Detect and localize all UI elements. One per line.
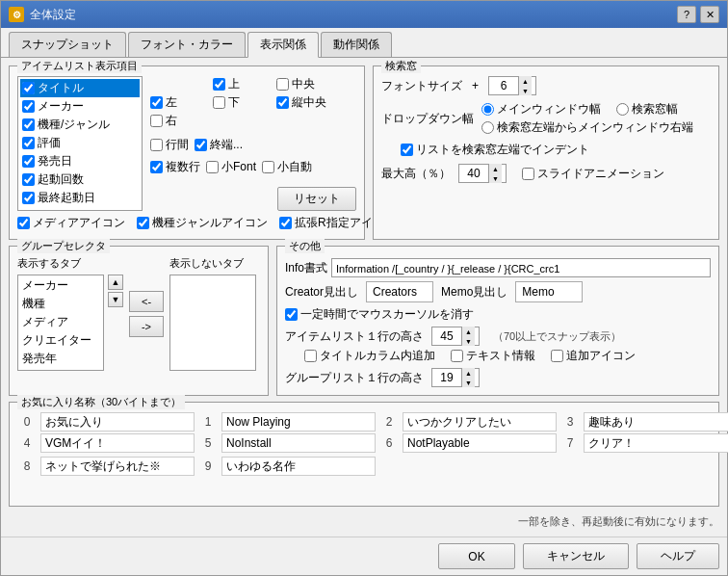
radio-mainwindow[interactable]: メインウィンドウ幅 xyxy=(481,101,601,118)
reset-button[interactable]: リセット xyxy=(277,187,356,211)
tab-snapshot[interactable]: スナップショット xyxy=(9,32,126,57)
font-size-spinbox[interactable]: 6 ▲ ▼ xyxy=(488,76,536,95)
indent-option[interactable]: リストを検索窓左端でインデント xyxy=(401,142,711,158)
main-window: ⚙ 全体設定 ? ✕ スナップショット フォント・カラー 表示関係 動作関係 ア… xyxy=(0,0,728,576)
checklist-item-dev[interactable]: 開発元 xyxy=(20,207,140,211)
show-listbox[interactable]: メーカー 機種 メディア クリエイター 発売年 ジャンル xyxy=(17,275,104,371)
fav-field-5[interactable] xyxy=(221,433,376,453)
checkbox-genre[interactable] xyxy=(22,118,35,131)
scroll-down-btn[interactable]: ▼ xyxy=(108,292,123,307)
opt-linespace[interactable]: 行間 xyxy=(150,137,189,153)
close-button[interactable]: ✕ xyxy=(700,6,719,23)
pos-right[interactable]: 右 xyxy=(150,113,207,129)
group-row-height-input[interactable]: 19 xyxy=(432,371,461,384)
list-item-genre[interactable]: ジャンル xyxy=(19,368,102,371)
checklist-item-launches[interactable]: 起動回数 xyxy=(20,170,140,189)
group-height-down[interactable]: ▼ xyxy=(461,378,475,387)
show-tab-col: 表示するタブ メーカー 機種 メディア クリエイター 発売年 ジャンル xyxy=(17,256,123,371)
help-button[interactable]: ? xyxy=(677,6,696,23)
memo-field[interactable]: Memo xyxy=(515,281,583,302)
list-item-maker[interactable]: メーカー xyxy=(19,276,102,295)
list-item-media[interactable]: メディア xyxy=(19,313,102,331)
checklist-item-rating[interactable]: 評価 xyxy=(20,134,140,152)
item-height-down[interactable]: ▼ xyxy=(461,336,475,346)
text-info-opt[interactable]: テキスト情報 xyxy=(451,348,535,364)
add-icon-opt[interactable]: 追加アイコン xyxy=(551,348,636,364)
fav-field-3[interactable] xyxy=(584,412,728,432)
checkbox-rating[interactable] xyxy=(22,137,35,149)
radio-fromleft[interactable]: 検索窓左端からメインウィンドウ右端 xyxy=(481,119,693,136)
pos-left[interactable]: 左 xyxy=(150,94,207,111)
transfer-right-btn[interactable]: -> xyxy=(129,316,164,337)
pos-vcenter[interactable]: 縦中央 xyxy=(276,94,356,111)
list-item-creator[interactable]: クリエイター xyxy=(19,331,102,350)
item-row-height-input[interactable]: 45 xyxy=(432,329,461,343)
checklist-item-lastlaunch[interactable]: 最終起動日 xyxy=(20,189,140,207)
radio-searchwindow[interactable]: 検索窓幅 xyxy=(616,101,678,118)
title-col-opt[interactable]: タイトルカラム内追加 xyxy=(304,348,435,364)
auto-hide-row: 一定時間でマウスカーソルを消す xyxy=(285,306,711,323)
checkbox-dev[interactable] xyxy=(22,210,35,211)
list-item-year[interactable]: 発売年 xyxy=(19,350,102,368)
spinbox-up[interactable]: ▲ xyxy=(518,76,532,86)
scroll-up-btn[interactable]: ▲ xyxy=(108,275,123,290)
info-format-value[interactable]: Information /[_country / }{_release / }{… xyxy=(331,258,711,277)
max-height-down[interactable]: ▼ xyxy=(488,173,502,183)
slide-anim-option[interactable]: スライドアニメーション xyxy=(522,166,664,182)
auto-hide-cursor[interactable]: 一定時間でマウスカーソルを消す xyxy=(285,306,711,323)
ok-button[interactable]: OK xyxy=(438,543,515,569)
creator-field[interactable]: Creators xyxy=(366,281,433,302)
tab-action[interactable]: 動作関係 xyxy=(321,32,392,57)
max-height-up[interactable]: ▲ xyxy=(488,164,502,173)
group-height-up[interactable]: ▲ xyxy=(461,368,475,378)
checkbox-release[interactable] xyxy=(22,155,35,168)
list-item-model[interactable]: 機種 xyxy=(19,295,102,313)
item-height-up[interactable]: ▲ xyxy=(461,327,475,336)
checklist-item-maker[interactable]: メーカー xyxy=(20,97,140,116)
pos-center[interactable]: 中央 xyxy=(276,76,356,92)
checklist-item-title[interactable]: タイトル xyxy=(20,79,140,97)
checklist-item-genre[interactable]: 機種/ジャンル xyxy=(20,116,140,134)
opt-multirow[interactable]: 複数行 xyxy=(150,159,200,175)
tab-display[interactable]: 表示関係 xyxy=(247,32,319,58)
opt-end[interactable]: 終端... xyxy=(195,137,243,153)
fav-field-0[interactable] xyxy=(40,412,195,432)
genre-icon-opt[interactable]: 機種ジャンルアイコン xyxy=(137,215,268,231)
font-size-input[interactable]: 6 xyxy=(489,79,518,92)
fav-field-9[interactable] xyxy=(221,457,376,476)
max-height-spinbox[interactable]: 40 ▲ ▼ xyxy=(458,164,507,183)
cancel-button[interactable]: キャンセル xyxy=(523,543,629,569)
item-checklist[interactable]: タイトル メーカー 機種/ジャンル 評価 xyxy=(17,76,143,211)
item-row-height-spinbox[interactable]: 45 ▲ ▼ xyxy=(431,327,480,346)
fav-field-1[interactable] xyxy=(221,412,376,432)
col-options-row: タイトルカラム内追加 テキスト情報 追加アイコン xyxy=(304,348,711,364)
hide-listbox[interactable] xyxy=(169,275,256,371)
opt-autoscale[interactable]: 小自動 xyxy=(262,159,312,175)
help-button-bottom[interactable]: ヘルプ xyxy=(637,543,719,569)
media-icon-opt[interactable]: メディアアイコン xyxy=(17,215,125,231)
window-title: 全体設定 xyxy=(30,7,76,23)
tab-bar: スナップショット フォント・カラー 表示関係 動作関係 xyxy=(1,28,727,58)
opt-smallfont[interactable]: 小Font xyxy=(206,159,256,175)
fav-field-7[interactable] xyxy=(584,433,728,453)
checkbox-launches[interactable] xyxy=(22,173,35,186)
group-row-height-spinbox[interactable]: 19 ▲ ▼ xyxy=(431,368,480,387)
tab-font-color[interactable]: フォント・カラー xyxy=(128,32,246,57)
pos-top[interactable]: 上 xyxy=(213,76,270,92)
fav-field-4[interactable] xyxy=(40,433,195,453)
fav-field-6[interactable] xyxy=(403,433,557,453)
fav-field-8[interactable] xyxy=(40,457,195,476)
fav-field-2[interactable] xyxy=(403,412,557,432)
checklist-item-release[interactable]: 発売日 xyxy=(20,152,140,170)
other-panel: その他 Info書式 Information /[_country / }{_r… xyxy=(276,246,719,396)
pos-bottom[interactable]: 下 xyxy=(213,94,270,111)
spinbox-buttons-4: ▲ ▼ xyxy=(461,368,475,387)
checkbox-title[interactable] xyxy=(22,82,35,94)
spinbox-down[interactable]: ▼ xyxy=(518,86,532,95)
transfer-buttons: <- -> xyxy=(129,291,164,337)
checkbox-maker[interactable] xyxy=(22,100,35,113)
transfer-left-btn[interactable]: <- xyxy=(129,291,164,312)
checkbox-lastlaunch[interactable] xyxy=(22,192,35,204)
max-height-input[interactable]: 40 xyxy=(459,167,488,180)
search-panel: 検索窓 フォントサイズ + 6 ▲ ▼ xyxy=(373,65,719,240)
